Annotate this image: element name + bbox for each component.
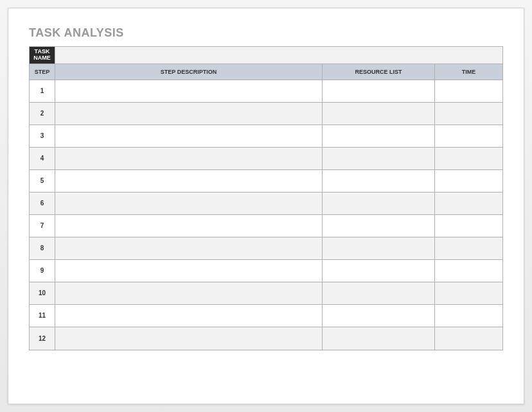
step-number: 3: [40, 132, 44, 139]
task-name-row: TASK NAME: [30, 47, 502, 64]
table-row: 8: [30, 237, 502, 260]
table-row: 6: [30, 193, 502, 215]
description-cell[interactable]: [55, 327, 323, 350]
step-cell: 1: [30, 80, 55, 102]
header-resource: RESOURCE LIST: [323, 64, 435, 80]
table-row: 11: [30, 305, 502, 327]
step-cell: 4: [30, 148, 55, 169]
task-name-label: TASK NAME: [30, 47, 55, 64]
task-name-input[interactable]: [55, 47, 502, 64]
task-analysis-table: TASK NAME STEP STEP DESCRIPTION RESOURCE…: [29, 46, 503, 350]
step-number: 9: [40, 267, 44, 274]
time-cell[interactable]: [435, 282, 502, 304]
description-cell[interactable]: [55, 170, 323, 192]
time-cell[interactable]: [435, 215, 502, 237]
table-row: 7: [30, 215, 502, 237]
time-cell[interactable]: [435, 125, 502, 147]
table-row: 4: [30, 148, 502, 170]
step-number: 12: [39, 335, 46, 342]
time-cell[interactable]: [435, 260, 502, 282]
time-cell[interactable]: [435, 305, 502, 327]
description-cell[interactable]: [55, 193, 323, 214]
description-cell[interactable]: [55, 260, 323, 282]
description-cell[interactable]: [55, 237, 323, 259]
description-cell[interactable]: [55, 305, 323, 327]
table-row: 5: [30, 170, 502, 193]
time-cell[interactable]: [435, 148, 502, 169]
step-cell: 11: [30, 305, 55, 327]
step-number: 4: [40, 155, 44, 162]
table-row: 1: [30, 80, 502, 103]
page-title: TASK ANALYSIS: [29, 26, 503, 40]
resource-cell[interactable]: [323, 125, 435, 147]
time-cell[interactable]: [435, 193, 502, 214]
table-row: 3: [30, 125, 502, 148]
time-cell[interactable]: [435, 80, 502, 102]
resource-cell[interactable]: [323, 282, 435, 304]
step-cell: 3: [30, 125, 55, 147]
step-cell: 2: [30, 103, 55, 124]
time-cell[interactable]: [435, 237, 502, 259]
table-row: 10: [30, 282, 502, 305]
description-cell[interactable]: [55, 125, 323, 147]
step-number: 1: [40, 87, 44, 94]
step-cell: 7: [30, 215, 55, 237]
step-number: 2: [40, 110, 44, 117]
step-number: 10: [39, 289, 46, 296]
header-time: TIME: [435, 64, 502, 80]
time-cell[interactable]: [435, 103, 502, 124]
resource-cell[interactable]: [323, 260, 435, 282]
header-step: STEP: [30, 64, 55, 80]
step-number: 8: [40, 245, 44, 252]
step-cell: 12: [30, 327, 55, 350]
header-description: STEP DESCRIPTION: [55, 64, 323, 80]
step-number: 5: [40, 177, 44, 184]
resource-cell[interactable]: [323, 80, 435, 102]
time-cell[interactable]: [435, 327, 502, 350]
resource-cell[interactable]: [323, 193, 435, 214]
step-cell: 5: [30, 170, 55, 192]
step-cell: 6: [30, 193, 55, 214]
table-header-row: STEP STEP DESCRIPTION RESOURCE LIST TIME: [30, 64, 502, 80]
description-cell[interactable]: [55, 282, 323, 304]
description-cell[interactable]: [55, 103, 323, 124]
table-row: 12: [30, 327, 502, 350]
step-cell: 8: [30, 237, 55, 259]
resource-cell[interactable]: [323, 305, 435, 327]
step-number: 6: [40, 200, 44, 207]
resource-cell[interactable]: [323, 103, 435, 124]
table-row: 9: [30, 260, 502, 282]
document-page: TASK ANALYSIS TASK NAME STEP STEP DESCRI…: [8, 8, 524, 404]
table-row: 2: [30, 103, 502, 125]
step-number: 11: [39, 312, 46, 319]
description-cell[interactable]: [55, 215, 323, 237]
resource-cell[interactable]: [323, 215, 435, 237]
resource-cell[interactable]: [323, 327, 435, 350]
resource-cell[interactable]: [323, 148, 435, 169]
resource-cell[interactable]: [323, 237, 435, 259]
step-cell: 9: [30, 260, 55, 282]
table-body: 123456789101112: [30, 80, 502, 350]
resource-cell[interactable]: [323, 170, 435, 192]
description-cell[interactable]: [55, 80, 323, 102]
description-cell[interactable]: [55, 148, 323, 169]
time-cell[interactable]: [435, 170, 502, 192]
step-number: 7: [40, 222, 44, 229]
step-cell: 10: [30, 282, 55, 304]
